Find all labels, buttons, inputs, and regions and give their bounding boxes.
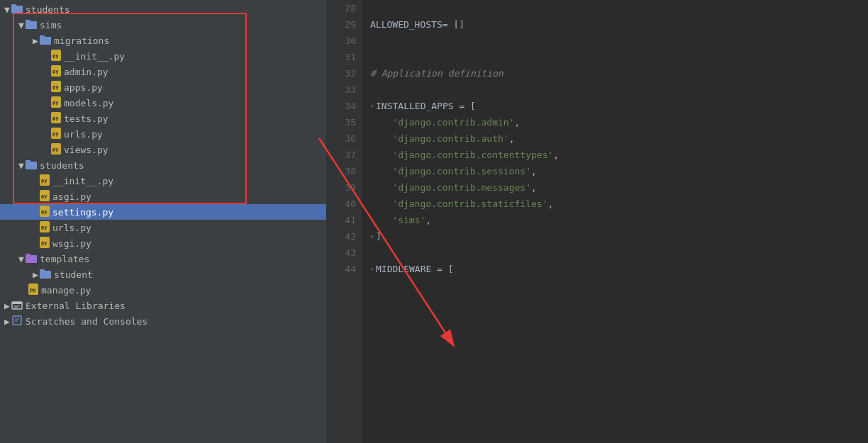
code-token: = []: [443, 16, 464, 33]
code-token: ,: [531, 163, 537, 179]
tree-item-manage-py[interactable]: py manage.py: [0, 282, 326, 298]
svg-text:py: py: [52, 84, 59, 90]
item-label: admin.py: [64, 67, 108, 77]
svg-rect-7: [40, 35, 45, 38]
tree-item-students-root[interactable]: ▼ students: [0, 1, 326, 17]
code-token: ,: [547, 196, 553, 212]
expand-arrow: ▶: [3, 317, 11, 325]
tree-item-wsgi-students[interactable]: py wsgi.py: [0, 235, 326, 251]
item-label: __init__.py: [52, 176, 113, 186]
tree-item-models-sims[interactable]: py models.py: [0, 95, 326, 111]
code-token: ,: [425, 212, 431, 228]
tree-item-urls-sims[interactable]: py urls.py: [0, 126, 326, 142]
code-token: ALLOWED_HOSTS: [370, 16, 443, 33]
code-token: [370, 147, 392, 163]
tree-item-views-sims[interactable]: py views.py: [0, 142, 326, 157]
svg-rect-34: [26, 255, 37, 263]
tree-item-apps-sims[interactable]: py apps.py: [0, 79, 326, 95]
fold-icon[interactable]: ▾: [370, 228, 374, 245]
tree-item-students-folder[interactable]: ▼ students: [0, 157, 326, 173]
code-token: [370, 212, 392, 228]
tree-item-student-sub[interactable]: ▶ student: [0, 267, 326, 282]
code-line-33: [370, 82, 868, 98]
folder-icon: [26, 253, 37, 265]
tree-item-migrations[interactable]: ▶ migrations: [0, 33, 326, 48]
item-label: wsgi.py: [52, 238, 91, 249]
code-content[interactable]: ALLOWED_HOSTS = [] # Application definit…: [362, 0, 868, 443]
fold-icon[interactable]: ▾: [370, 261, 374, 277]
py-file-icon: py: [51, 50, 61, 63]
py-file-icon: py: [40, 190, 50, 203]
code-token-str: 'django.contrib.auth': [392, 130, 508, 147]
code-token-str: 'django.contrib.admin': [392, 114, 514, 130]
svg-rect-22: [26, 162, 37, 169]
code-line-39: 'django.contrib.messages' ,: [370, 179, 868, 196]
tree-item-templates[interactable]: ▼ templates: [0, 251, 326, 267]
code-token-str: 'django.contrib.contenttypes': [392, 147, 553, 163]
expand-arrow: ▶: [31, 270, 40, 279]
item-label: migrations: [54, 35, 109, 46]
item-label: External Libraries: [26, 301, 126, 311]
svg-text:py: py: [41, 240, 48, 246]
tree-item-asgi-students[interactable]: py asgi.py: [0, 189, 326, 204]
item-label: urls.py: [64, 129, 103, 140]
code-line-32: # Application definition: [370, 65, 868, 82]
item-label: apps.py: [64, 82, 103, 93]
code-line-38: 'django.contrib.sessions' ,: [370, 163, 868, 179]
fold-icon[interactable]: ▾: [370, 98, 374, 114]
tree-item-init-students[interactable]: py __init__.py: [0, 173, 326, 189]
svg-text:py: py: [41, 209, 48, 215]
code-token: MIDDLEWARE = [: [376, 261, 454, 277]
tree-item-init-sims[interactable]: py __init__.py: [0, 48, 326, 64]
code-token: [370, 163, 392, 179]
svg-rect-23: [26, 160, 30, 162]
expand-arrow: ▶: [31, 36, 40, 45]
py-file-icon: py: [40, 221, 50, 235]
folder-icon: [26, 19, 37, 31]
line-numbers: 28 29 30 31 32 33 34 35 36 37 38 39 40 4…: [326, 0, 362, 443]
item-label: settings.py: [52, 207, 113, 218]
code-token: ,: [515, 114, 521, 130]
svg-rect-4: [26, 21, 37, 29]
tree-item-settings-students[interactable]: py settings.py: [0, 204, 326, 220]
py-file-icon: py: [51, 81, 61, 94]
expand-arrow: ▼: [3, 5, 11, 13]
svg-text:py: py: [52, 53, 59, 59]
tree-item-tests-sims[interactable]: py tests.py: [0, 111, 326, 126]
tree-item-admin-sims[interactable]: py admin.py: [0, 64, 326, 79]
tree-item-urls-students[interactable]: py urls.py: [0, 220, 326, 235]
svg-text:py: py: [30, 287, 36, 293]
svg-rect-37: [40, 269, 45, 271]
code-token-str: 'django.contrib.sessions': [392, 163, 531, 179]
code-token: [370, 179, 392, 196]
expand-arrow: ▼: [17, 161, 26, 169]
expand-arrow: ▼: [17, 254, 26, 263]
code-line-40: 'django.contrib.staticfiles' ,: [370, 196, 868, 212]
py-file-icon: py: [51, 65, 61, 79]
svg-rect-3: [11, 4, 16, 6]
svg-rect-6: [40, 37, 51, 45]
svg-text:py: py: [41, 225, 48, 230]
svg-rect-36: [40, 271, 51, 279]
svg-rect-44: [13, 316, 21, 325]
item-label: students: [40, 160, 84, 171]
code-token-str: 'sims': [392, 212, 425, 228]
item-label: students: [26, 4, 70, 15]
code-line-36: 'django.contrib.auth' ,: [370, 130, 868, 147]
code-token-str: 'django.contrib.staticfiles': [392, 196, 547, 212]
svg-rect-35: [26, 254, 30, 256]
code-token: INSTALLED_APPS = [: [376, 98, 476, 114]
tree-item-scratches[interactable]: ▶ Scratches and Consoles: [0, 313, 326, 329]
item-label: manage.py: [41, 285, 91, 296]
code-line-41: 'sims' ,: [370, 212, 868, 228]
tree-item-sims[interactable]: ▼ sims: [0, 17, 326, 33]
scratches-icon: [11, 315, 23, 328]
sidebar: ▼ students ▼ sims ▶ migrations: [0, 0, 326, 443]
item-label: tests.py: [64, 113, 108, 124]
code-line-42: ▾ ]: [370, 228, 868, 245]
svg-text:py: py: [52, 116, 59, 121]
tree-item-external-libraries[interactable]: ▶ External Libraries: [0, 298, 326, 313]
svg-text:py: py: [52, 147, 59, 152]
code-line-37: 'django.contrib.contenttypes' ,: [370, 147, 868, 163]
code-line-43: [370, 245, 868, 261]
